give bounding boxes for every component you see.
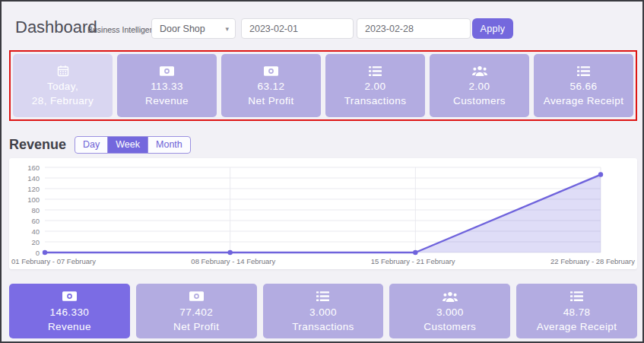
card-label: Net Profit [248,95,293,106]
svg-text:140: 140 [27,174,40,183]
card-label: Customers [453,95,506,106]
card-label: 28, February [32,95,94,106]
card-label: Revenue [48,321,91,332]
card-value: 77.402 [179,306,213,318]
card-value: Today, [47,81,78,92]
money-icon [189,291,204,303]
card-value: 3.000 [309,306,337,318]
svg-text:40: 40 [31,227,40,236]
page-title: Dashboard [15,17,97,37]
card-label: Net Profit [173,321,219,332]
users-icon [472,65,487,77]
revenue-line-chart: 020406080100120140160 [9,161,636,256]
today-kpi-row: Today,28, February113.33Revenue63.12Net … [13,54,633,117]
week-kpi-row: 146.330Revenue77.402Net Profit3.000Trans… [9,284,637,338]
list-icon [369,65,382,77]
kpi-card-net-profit[interactable]: 63.12Net Profit [221,54,321,117]
kpi-card-average-receipt[interactable]: 56.66Average Receipt [534,54,633,117]
svg-text:60: 60 [31,217,40,225]
money-icon [264,65,278,77]
card-value: 2.00 [469,81,490,92]
revenue-section-title: Revenue [9,137,66,153]
users-icon [443,291,458,303]
card-label: Transactions [344,95,407,106]
revenue-chart-card: 020406080100120140160 01 February - 07 F… [9,158,637,269]
card-label: Customers [424,321,476,332]
card-value: 146.330 [50,306,90,318]
svg-text:20: 20 [31,238,40,246]
svg-text:0: 0 [36,249,40,256]
list-icon [570,291,583,303]
card-value: 2.00 [365,81,386,92]
svg-text:100: 100 [27,195,40,204]
svg-text:120: 120 [27,185,40,193]
card-label: Revenue [145,95,189,106]
date-from-input[interactable] [241,18,354,39]
card-value: 113.33 [151,81,183,92]
card-value: 63.12 [258,81,285,92]
highlight-box: Today,28, February113.33Revenue63.12Net … [9,50,637,121]
dashboard-screen: Dashboard Business Intelligence Door Sho… [0,0,644,343]
card-value: 3.000 [436,306,464,318]
card-label: Transactions [292,321,354,332]
kpi-card-revenue[interactable]: 113.33Revenue [117,54,217,117]
calendar-icon [57,65,69,77]
money-icon [160,65,174,77]
kpi-card-average-receipt[interactable]: 48.78Average Receipt [516,284,637,338]
card-value: 56.66 [570,81,598,92]
apply-button[interactable]: Apply [472,18,513,39]
revenue-section-header: Revenue DayWeekMonth [9,136,191,154]
card-value: 48.78 [563,306,591,318]
shop-select[interactable]: Door Shop ▾ [151,18,236,39]
week-kpi-section: 146.330Revenue77.402Net Profit3.000Trans… [9,284,637,338]
date-to-input[interactable] [357,18,471,39]
money-icon [62,291,77,303]
svg-text:160: 160 [27,164,40,172]
kpi-card-transactions[interactable]: 2.00Transactions [325,54,425,117]
card-label: Average Receipt [544,95,624,106]
tab-day[interactable]: Day [75,137,107,153]
x-axis-label: 08 February - 14 February [191,257,275,265]
x-axis-label: 15 February - 21 February [371,257,455,265]
list-icon [577,65,590,77]
x-axis-label: 22 February - 28 February [550,257,635,265]
chevron-down-icon: ▾ [225,25,229,33]
kpi-card-transactions[interactable]: 3.000Transactions [263,284,384,338]
tab-month[interactable]: Month [148,137,190,153]
chart-x-axis-labels: 01 February - 07 February08 February - 1… [9,256,637,265]
x-axis-label: 01 February - 07 February [11,257,96,265]
kpi-card-customers[interactable]: 2.00Customers [430,54,529,117]
card-label: Average Receipt [537,321,617,332]
list-icon [316,291,329,303]
kpi-card-today[interactable]: Today,28, February [13,54,113,117]
svg-text:80: 80 [31,206,40,214]
shop-select-value: Door Shop [160,24,205,34]
kpi-card-customers[interactable]: 3.000Customers [389,284,510,338]
kpi-card-net-profit[interactable]: 77.402Net Profit [136,284,257,338]
kpi-card-revenue[interactable]: 146.330Revenue [9,284,130,338]
tab-week[interactable]: Week [107,137,148,153]
period-tabs: DayWeekMonth [75,136,191,154]
